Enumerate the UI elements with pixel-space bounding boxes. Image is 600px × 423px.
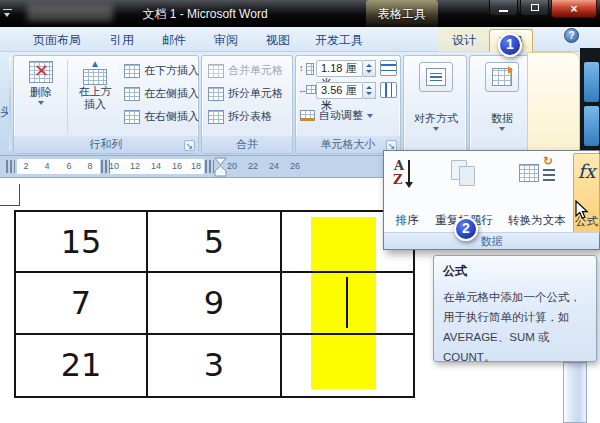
alignment-button[interactable]: 对齐方式 (407, 59, 465, 151)
formula-fx-icon: fx (578, 160, 596, 182)
insert-right-icon (124, 110, 140, 124)
tab-review[interactable]: 审阅 (204, 29, 248, 52)
delete-button[interactable]: ✕ 删除 (18, 59, 64, 135)
help-button[interactable]: ? (564, 28, 579, 43)
arrow-up-icon: ▲ (90, 59, 100, 69)
data-icon (492, 68, 512, 86)
window-title: 文档 1 - Microsoft Word (110, 6, 300, 23)
distribute-rows-icon[interactable] (380, 60, 397, 76)
distribute-columns-icon[interactable] (380, 82, 397, 98)
step-callout-2: 2 (454, 217, 478, 241)
formula-button[interactable]: fx 公式 (573, 153, 600, 234)
group-data: 数据 (469, 55, 533, 154)
quick-access-dropdown-icon[interactable] (3, 9, 12, 17)
table-cell[interactable]: 5 (148, 212, 282, 273)
table-cell[interactable]: 7 (16, 273, 148, 334)
table-cell[interactable]: 3 (148, 335, 282, 396)
column-width-stepper[interactable] (363, 82, 376, 99)
tab-view[interactable]: 视图 (256, 29, 300, 52)
tab-references[interactable]: 引用 (100, 29, 144, 52)
split-cells-icon (208, 87, 224, 101)
tab-page-layout[interactable]: 页面布局 (22, 29, 92, 52)
table-cell[interactable] (282, 335, 413, 396)
autofit-button[interactable]: 自动调整 (298, 105, 398, 126)
table-icon (83, 69, 107, 85)
chevron-down-icon (367, 114, 373, 118)
flyout-anchor-panel (527, 52, 580, 153)
margin-crop-mark (19, 184, 20, 206)
merge-cells-icon (208, 64, 224, 78)
close-icon: × (570, 3, 577, 15)
table-column-marker[interactable] (6, 160, 15, 173)
convert-to-text-icon: ↻ (519, 158, 555, 190)
tab-design[interactable]: 设计 (441, 29, 487, 52)
margin-crop-mark (0, 205, 19, 206)
minimize-button[interactable] (489, 0, 518, 16)
close-button[interactable]: × (551, 0, 597, 18)
group-label-rows-columns: 行和列 (14, 136, 198, 153)
clipped-ribbon-fragment: 头 (0, 104, 8, 119)
delete-table-icon: ✕ (29, 61, 53, 83)
insert-below-button[interactable]: 在下方插入 (122, 60, 208, 81)
sort-button[interactable]: A Z 排序 (388, 156, 426, 230)
insert-below-icon (124, 64, 140, 78)
insert-left-icon (124, 87, 140, 101)
background-window (580, 48, 600, 156)
table-cell[interactable]: 15 (16, 212, 148, 273)
convert-to-text-button[interactable]: ↻ 转换为文本 (501, 156, 573, 230)
document-table[interactable]: 15 5 7 9 21 3 (14, 210, 415, 398)
row-height-input[interactable]: 1.18 厘米 (316, 60, 363, 77)
repeat-header-rows-icon (447, 158, 481, 190)
data-button[interactable]: 数据 (473, 59, 531, 151)
insert-above-button[interactable]: ▲ 在上方 插入 (71, 59, 119, 135)
split-table-button[interactable]: 拆分表格 (206, 106, 290, 127)
row-height-icon: ↕ (299, 64, 304, 73)
context-tab-group: 表格工具 (366, 0, 438, 27)
vertical-scrollbar[interactable] (563, 362, 587, 423)
chevron-down-icon (499, 127, 505, 131)
chevron-down-icon (38, 101, 44, 105)
data-group-flyout: A Z 排序 重复标题行 ↻ 转换为文本 fx 公式 数据 (383, 150, 600, 250)
formula-tooltip: 公式 在单元格中添加一个公式， 用于执行简单的计算，如 AVERAGE、SUM … (433, 255, 597, 362)
group-rows-columns: ✕ 删除 ▲ 在上方 插入 在下方插入 在左侧插入 在右侧插入 行和列 ↘ (13, 55, 199, 154)
mouse-cursor-icon (575, 200, 589, 220)
tab-developer[interactable]: 开发工具 (306, 29, 372, 52)
group-merge: 合并单元格 拆分单元格 拆分表格 合并 (201, 55, 293, 154)
tooltip-title: 公式 (443, 263, 587, 280)
sort-az-icon: A Z (392, 158, 422, 192)
text-cursor (346, 277, 348, 328)
table-cell[interactable]: 9 (148, 273, 282, 334)
tab-mailings[interactable]: 邮件 (152, 29, 196, 52)
alignment-icon (426, 68, 446, 86)
autofit-icon (300, 110, 315, 121)
insert-right-button[interactable]: 在右侧插入 (122, 106, 208, 127)
group-alignment: 对齐方式 (403, 55, 467, 154)
table-cell[interactable]: 21 (16, 335, 148, 396)
merge-cells-button[interactable]: 合并单元格 (206, 60, 290, 81)
flyout-footer-label: 数据 (384, 232, 599, 249)
blurred-watermark (27, 4, 113, 21)
split-cells-button[interactable]: 拆分单元格 (206, 83, 290, 104)
split-table-icon (208, 110, 224, 124)
group-label-merge: 合并 (202, 136, 292, 153)
context-tab-group-label: 表格工具 (378, 6, 426, 23)
step-callout-1: 1 (498, 33, 522, 57)
insert-left-button[interactable]: 在左侧插入 (122, 83, 208, 104)
minimize-icon (499, 10, 508, 12)
row-height-stepper[interactable] (363, 60, 376, 77)
dialog-launcher-icon[interactable]: ↘ (184, 140, 195, 151)
maximize-icon (531, 4, 539, 11)
maximize-button[interactable] (520, 0, 549, 16)
ribbon-group-separator (9, 57, 11, 150)
chevron-down-icon (433, 127, 439, 131)
group-cell-size: ↕ 1.18 厘米 ↔ 3.56 厘米 自动调整 单元格大小 ↘ (295, 55, 401, 154)
column-width-input[interactable]: 3.56 厘米 (316, 82, 363, 99)
table-column-marker[interactable] (205, 160, 214, 173)
